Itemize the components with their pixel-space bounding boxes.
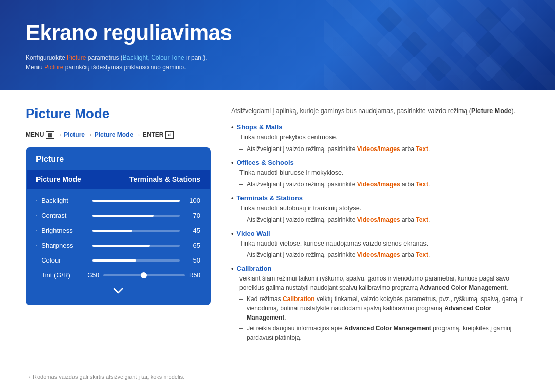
subtitle-line2: Meniu Picture parinkčių išdėstymas prikl…: [26, 63, 529, 72]
bullet-title-offices-schools: • Offices & Schools: [231, 159, 529, 166]
setting-row-backlight: · Backlight 100: [27, 193, 210, 208]
setting-row-contrast: · Contrast 70: [27, 208, 210, 223]
bullet-body-shops-malls: Tinka naudoti prekybos centruose.: [239, 133, 529, 142]
picture-mode-label: Picture Mode: [36, 175, 81, 183]
section-title: Picture Mode: [26, 106, 211, 122]
sub-bullet-calibration1: Kad režimas Calibration veiktų tinkamai,…: [239, 294, 529, 322]
footer-note-text: Rodomas vaizdas gali skirtis atsižvelgia…: [33, 374, 184, 380]
left-column: Picture Mode MENU ▦ → Picture → Picture …: [26, 106, 211, 347]
picture-ui-box: Picture Picture Mode Terminals & Station…: [26, 147, 211, 305]
bullet-terminals-stations: • Terminals & Stations Tinka naudoti aut…: [231, 194, 529, 225]
picture-mode-value: Terminals & Stations: [130, 175, 200, 183]
bullet-title-video-wall: • Video Wall: [231, 230, 529, 237]
menu-path-text: MENU ▦ → Picture → Picture Mode → ENTER …: [26, 131, 174, 138]
sub-bullet-shops-malls: Atsižvelgiant į vaizdo režimą, pasirinki…: [239, 144, 529, 154]
setting-row-brightness: · Brightness 45: [27, 223, 210, 238]
sub-bullet-calibration2: Jei reikia daugiau informacijos apie Adv…: [239, 324, 529, 342]
bullet-body-offices-schools: Tinka naudoti biuruose ir mokyklose.: [239, 168, 529, 178]
right-column: Atsižvelgdami į aplinką, kurioje gaminys…: [231, 106, 529, 347]
bullet-title-calibration: • Calibration: [231, 265, 529, 272]
picture-mode-row: Picture Mode Terminals & Stations: [27, 170, 210, 189]
bullet-video-wall: • Video Wall Tinka naudoti vietose, kuri…: [231, 230, 529, 260]
sub-bullet-offices-schools: Atsižvelgiant į vaizdo režimą, pasirinki…: [239, 180, 529, 189]
sub-bullet-video-wall: Atsižvelgiant į vaizdo režimą, pasirinki…: [239, 250, 529, 259]
setting-row-sharpness: · Sharpness 65: [27, 238, 210, 253]
header-banner: Ekrano reguliavimas Konfigūruokite Pictu…: [0, 0, 555, 90]
page-title: Ekrano reguliavimas: [26, 21, 529, 45]
setting-row-colour: · Colour 50: [27, 253, 210, 268]
bullet-shops-malls: • Shops & Malls Tinka naudoti prekybos c…: [231, 123, 529, 154]
sub-bullet-terminals-stations: Atsižvelgiant į vaizdo režimą, pasirinki…: [239, 215, 529, 225]
picture-box-header: Picture: [27, 148, 210, 170]
chevron-down-icon: [27, 283, 210, 300]
subtitle-line1: Konfigūruokite Picture parametrus (Backl…: [26, 53, 529, 63]
calibration-body1: veikiant šiam režimui taikomi ryškumo, s…: [239, 274, 529, 292]
picture-settings: · Backlight 100 · Contrast: [27, 189, 210, 304]
bullet-body-terminals-stations: Tinka naudoti autobusų ir traukinių stot…: [239, 203, 529, 213]
main-content: Picture Mode MENU ▦ → Picture → Picture …: [0, 90, 555, 363]
bullet-calibration: • Calibration veikiant šiam režimui taik…: [231, 265, 529, 342]
bullet-offices-schools: • Offices & Schools Tinka naudoti biuruo…: [231, 159, 529, 189]
bullet-title-terminals-stations: • Terminals & Stations: [231, 194, 529, 202]
footer-note: Rodomas vaizdas gali skirtis atsižvelgia…: [0, 363, 555, 390]
menu-path: MENU ▦ → Picture → Picture Mode → ENTER …: [26, 131, 211, 138]
bullet-title-shops-malls: • Shops & Malls: [231, 123, 529, 131]
setting-row-tint: · Tint (G/R) G50 R50: [27, 268, 210, 283]
header-subtitle: Konfigūruokite Picture parametrus (Backl…: [26, 53, 529, 72]
right-intro: Atsižvelgdami į aplinką, kurioje gaminys…: [231, 106, 529, 116]
bullet-body-video-wall: Tinka naudoti vietose, kuriose naudojama…: [239, 239, 529, 249]
